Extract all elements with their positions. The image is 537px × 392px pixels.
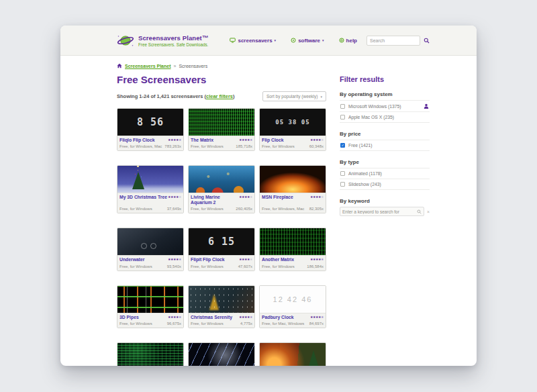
rating-stars: ★★★★★ xyxy=(239,257,252,262)
site-name: Screensavers Planet™ xyxy=(138,34,208,42)
screensaver-thumb: 05 38 05 xyxy=(260,109,326,136)
filter-checkbox-row[interactable]: Animated (1178) xyxy=(340,168,430,179)
screensaver-card-footer: My 3D Christmas Tree ★★★★★ Free, for Win… xyxy=(117,193,183,213)
brand-logo[interactable]: Screensavers Planet™ Free Screensavers. … xyxy=(117,34,208,48)
keyword-row: × xyxy=(340,207,430,216)
search-icon[interactable] xyxy=(424,38,430,44)
download-count: 60,348x xyxy=(309,144,324,148)
nav-item-help[interactable]: help xyxy=(339,38,357,44)
card-info-row: Free, for Windows 96,675x xyxy=(119,320,181,326)
screensaver-card[interactable]: Living Marine Aquarium 2 ★★★★★ Free, for… xyxy=(188,165,255,213)
screensaver-thumb xyxy=(189,166,254,193)
card-info-row: Free, for Windows 4,775x xyxy=(191,320,252,326)
keyword-search-icon[interactable] xyxy=(417,209,422,214)
card-info-row: Free, for Windows 185,718x xyxy=(191,143,252,148)
screensaver-card[interactable]: 6 15 Flipit Flip Clock ★★★★★ Free, for W… xyxy=(188,228,255,271)
filter-label: Free (1421) xyxy=(348,143,373,148)
keyword-box xyxy=(340,207,424,216)
screensaver-card-footer: MSN Fireplace ★★★★★ Free, for Windows, M… xyxy=(260,193,326,213)
screensaver-platforms: Free, for Windows xyxy=(262,264,307,268)
screensaver-card[interactable]: 3D Pipes ★★★★★ Free, for Windows 96,675x xyxy=(117,285,184,328)
screensaver-title: MSN Fireplace xyxy=(262,195,310,200)
nav-item-screensavers[interactable]: screensavers ▾ xyxy=(230,38,276,44)
screensaver-card[interactable]: My 3D Christmas Tree ★★★★★ Free, for Win… xyxy=(117,165,184,213)
rating-stars: ★★★★★ xyxy=(168,257,181,262)
home-icon[interactable] xyxy=(117,63,122,68)
screensaver-card[interactable]: Underwater ★★★★★ Free, for Windows 93,54… xyxy=(117,228,184,271)
filter-group: By operating systemMicrosoft Windows (13… xyxy=(340,91,430,123)
thumb-clock-text: 6 15 xyxy=(208,236,235,248)
rating-stars: ★★★★★ xyxy=(310,138,324,142)
breadcrumb-home-link[interactable]: Screensavers Planet xyxy=(125,64,171,68)
screensaver-thumb xyxy=(117,166,183,193)
screensaver-card[interactable]: Retro Sci-Fi ★★★★★ Free, for Windows 93,… xyxy=(117,342,184,366)
filter-title: Filter results xyxy=(340,75,430,83)
screensaver-card[interactable]: The Matrix ★★★★★ Free, for Windows 185,7… xyxy=(188,108,255,151)
nav-label: software xyxy=(298,38,320,44)
search-input[interactable] xyxy=(367,36,420,46)
checkbox[interactable] xyxy=(340,171,345,176)
screensaver-platforms: Free, for Windows xyxy=(262,144,309,148)
screensaver-thumb xyxy=(260,343,326,366)
filter-checkbox-row[interactable]: Microsoft Windows (1375) xyxy=(340,100,430,112)
checkbox[interactable] xyxy=(340,104,345,109)
screensaver-card[interactable]: 8 56 Fliqlo Flip Clock ★★★★★ Free, for W… xyxy=(117,108,184,151)
sort-select-label: Sort by popularity (weekly) xyxy=(266,94,318,99)
screensaver-card-footer: Living Marine Aquarium 2 ★★★★★ Free, for… xyxy=(189,193,254,213)
screensaver-title: Fliqlo Flip Clock xyxy=(119,138,168,143)
download-count: 783,263x xyxy=(164,144,181,148)
site-header: Screensavers Planet™ Free Screensavers. … xyxy=(60,26,477,56)
screensaver-card[interactable]: Night Before Christmas 3D ★★★★★ Free, fo… xyxy=(259,342,326,366)
chevron-down-icon: ▾ xyxy=(322,39,324,42)
download-count: 82,305x xyxy=(309,207,324,211)
keyword-input[interactable] xyxy=(342,209,417,214)
screensaver-title: Christmas Serenity xyxy=(191,315,239,320)
filter-label: Microsoft Windows (1375) xyxy=(348,104,401,109)
chevron-down-icon: ▾ xyxy=(320,95,322,99)
screensaver-card[interactable]: 05 38 05 Flip Clock ★★★★★ Free, for Wind… xyxy=(259,108,326,151)
sort-select[interactable]: Sort by popularity (weekly) ▾ xyxy=(262,91,326,101)
clear-filters-link[interactable]: clear filters xyxy=(206,93,233,99)
chevron-down-icon: ▾ xyxy=(275,39,277,42)
screensaver-title: 3D Pipes xyxy=(119,315,168,320)
checkbox[interactable] xyxy=(340,182,345,187)
card-title-row: Living Marine Aquarium 2 ★★★★★ xyxy=(191,195,252,205)
screensaver-card[interactable]: MSN Fireplace ★★★★★ Free, for Windows, M… xyxy=(259,165,326,213)
keyword-clear-icon[interactable]: × xyxy=(427,209,430,214)
results-count: Showing 1-24 of 1,421 screensavers (clea… xyxy=(117,93,235,99)
download-count: 96,675x xyxy=(167,322,181,326)
filter-checkbox-row[interactable]: Slideshow (243) xyxy=(340,179,430,190)
star-icon: ★ xyxy=(179,315,181,319)
card-info-row: Free, for Windows 37,649x xyxy=(119,205,181,211)
checkbox[interactable] xyxy=(340,115,345,119)
screensaver-card[interactable]: 12 42 46 Padbury Clock ★★★★★ Free, for M… xyxy=(259,285,326,328)
card-title-row: Flip Clock ★★★★★ xyxy=(262,138,324,143)
rating-stars: ★★★★★ xyxy=(310,195,324,199)
rating-stars: ★★★★★ xyxy=(310,257,324,262)
screensaver-thumb xyxy=(117,343,183,366)
thumb-clock-text: 12 42 46 xyxy=(273,295,313,303)
card-title-row: MSN Fireplace ★★★★★ xyxy=(262,195,324,200)
card-title-row: Christmas Serenity ★★★★★ xyxy=(191,315,252,320)
screensaver-card-footer: Flipit Flip Clock ★★★★★ Free, for Window… xyxy=(189,255,254,270)
filter-checkbox-row[interactable]: Apple Mac OS X (235) xyxy=(340,112,430,123)
screensaver-card-footer: Fliqlo Flip Clock ★★★★★ Free, for Window… xyxy=(117,136,183,150)
page: Screensavers Planet™ Free Screensavers. … xyxy=(60,26,477,366)
filter-checkbox-row[interactable]: ✓Free (1421) xyxy=(340,140,430,151)
breadcrumb-current: Screensavers xyxy=(179,64,207,68)
checkbox[interactable]: ✓ xyxy=(340,143,345,148)
nav-item-software[interactable]: software ▾ xyxy=(291,38,324,44)
rating-stars: ★★★★★ xyxy=(239,138,252,142)
screensaver-title: Flipit Flip Clock xyxy=(191,257,239,262)
screensaver-thumb xyxy=(117,228,183,255)
card-title-row: Fliqlo Flip Clock ★★★★★ xyxy=(119,138,181,143)
card-title-row: Padbury Clock ★★★★★ xyxy=(262,315,324,320)
screensaver-card[interactable]: Hyperspace ★★★★★ Free, for Windows, Mac … xyxy=(188,342,255,366)
card-info-row: Free, for Windows 47,607x xyxy=(191,263,252,268)
page-title: Free Screensavers xyxy=(117,74,326,85)
screensaver-card[interactable]: Christmas Serenity ★★★★★ Free, for Windo… xyxy=(188,285,255,328)
screensaver-card[interactable]: Another Matrix ★★★★★ Free, for Windows 1… xyxy=(259,228,326,271)
star-icon: ★ xyxy=(321,138,324,142)
rating-stars: ★★★★★ xyxy=(310,315,324,320)
card-title-row: 3D Pipes ★★★★★ xyxy=(119,315,181,320)
